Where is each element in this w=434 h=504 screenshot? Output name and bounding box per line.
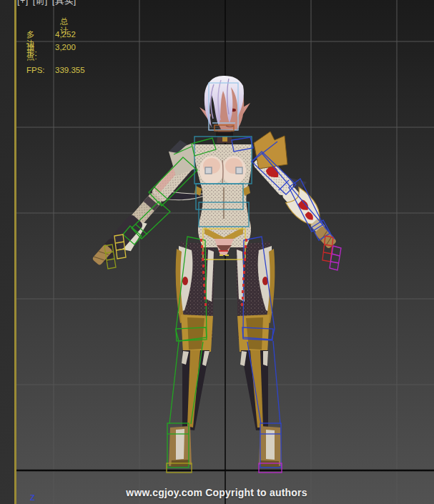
front-viewport[interactable] (16, 0, 434, 504)
character-left-leg (169, 242, 214, 467)
viewport-menu-view[interactable]: [前] (33, 0, 48, 6)
max-viewport-window: [+] [前] [真实] 总计 多边形: 4,252 顶点: 3,200 FPS… (0, 0, 434, 504)
watermark-text: www.cgjoy.com Copyright to authors (126, 487, 307, 498)
viewport-label: [+] [前] [真实] (17, 0, 78, 8)
stats-vertices-label: 顶点: (26, 43, 37, 61)
stats-vertices-value: 3,200 (55, 43, 76, 52)
viewport-menu-expand[interactable]: [+] (17, 0, 29, 6)
character-head (199, 76, 250, 143)
left-ui-strip (0, 0, 14, 504)
stats-fps-label: FPS: (26, 66, 45, 75)
viewport-menu-shading[interactable]: [真实] (52, 0, 77, 6)
character-right-leg (236, 242, 282, 467)
world-axis-z-label: Z (30, 493, 35, 502)
viewport-canvas[interactable] (16, 0, 434, 504)
stats-fps-value: 339.355 (55, 66, 85, 75)
stats-polygons-value: 4,252 (55, 30, 76, 39)
